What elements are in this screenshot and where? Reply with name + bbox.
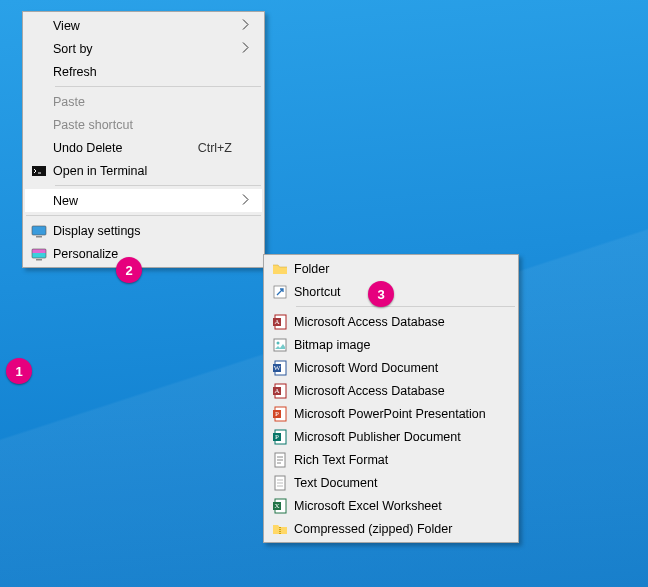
menu-separator xyxy=(55,185,261,186)
chevron-right-icon xyxy=(238,16,254,35)
badge-label: 2 xyxy=(125,263,132,278)
menu-item-label: Display settings xyxy=(53,224,232,238)
excel-icon: X xyxy=(266,498,294,514)
menu-item-new-excel[interactable]: X Microsoft Excel Worksheet xyxy=(266,494,516,517)
menu-item-label: Paste shortcut xyxy=(53,118,232,132)
word-icon: W xyxy=(266,360,294,376)
svg-text:P: P xyxy=(275,410,279,418)
menu-item-label: Bitmap image xyxy=(294,338,486,352)
personalize-icon xyxy=(25,246,53,262)
menu-item-personalize[interactable]: Personalize xyxy=(25,242,262,265)
menu-item-label: Microsoft Excel Worksheet xyxy=(294,499,486,513)
menu-item-label: Paste xyxy=(53,95,232,109)
menu-item-view[interactable]: View xyxy=(25,14,262,37)
annotation-badge-3: 3 xyxy=(368,281,394,307)
menu-item-label: Refresh xyxy=(53,65,232,79)
menu-item-new-publisher[interactable]: P Microsoft Publisher Document xyxy=(266,425,516,448)
svg-point-13 xyxy=(277,341,280,344)
svg-rect-0 xyxy=(32,166,46,176)
menu-item-label: Compressed (zipped) Folder xyxy=(294,522,486,536)
menu-item-label: Microsoft Access Database xyxy=(294,315,486,329)
desktop-background[interactable]: View Sort by Refresh Paste Paste shortcu… xyxy=(0,0,648,587)
annotation-badge-1: 1 xyxy=(6,358,32,384)
svg-rect-3 xyxy=(36,236,42,238)
display-icon xyxy=(25,223,53,239)
menu-item-label: View xyxy=(53,19,232,33)
svg-text:A: A xyxy=(274,318,279,326)
annotation-badge-2: 2 xyxy=(116,257,142,283)
menu-item-undo-delete[interactable]: Undo Delete Ctrl+Z xyxy=(25,136,262,159)
menu-item-label: Sort by xyxy=(53,42,232,56)
menu-item-new-rtf[interactable]: Rich Text Format xyxy=(266,448,516,471)
menu-item-new-folder[interactable]: Folder xyxy=(266,257,516,280)
menu-item-label: Rich Text Format xyxy=(294,453,486,467)
chevron-right-icon xyxy=(238,191,254,210)
menu-item-label: Folder xyxy=(294,262,486,276)
menu-separator xyxy=(296,306,515,307)
menu-item-label: New xyxy=(53,194,232,208)
menu-item-paste-shortcut: Paste shortcut xyxy=(25,113,262,136)
menu-item-label: Personalize xyxy=(53,247,232,261)
rtf-icon xyxy=(266,452,294,468)
menu-item-refresh[interactable]: Refresh xyxy=(25,60,262,83)
svg-rect-7 xyxy=(36,259,42,261)
badge-label: 1 xyxy=(15,364,22,379)
access-icon: A xyxy=(266,383,294,399)
menu-item-label: Microsoft Word Document xyxy=(294,361,486,375)
badge-label: 3 xyxy=(377,287,384,302)
svg-text:A: A xyxy=(274,387,279,395)
menu-separator xyxy=(26,215,261,216)
menu-item-new-text[interactable]: Text Document xyxy=(266,471,516,494)
menu-item-open-terminal[interactable]: Open in Terminal xyxy=(25,159,262,182)
menu-item-new[interactable]: New xyxy=(25,189,262,212)
zip-folder-icon xyxy=(266,521,294,537)
svg-rect-5 xyxy=(32,249,46,253)
folder-icon xyxy=(266,261,294,277)
menu-item-label: Open in Terminal xyxy=(53,164,232,178)
menu-item-label: Text Document xyxy=(294,476,486,490)
svg-rect-1 xyxy=(32,226,46,235)
menu-item-new-zip[interactable]: Compressed (zipped) Folder xyxy=(266,517,516,540)
menu-item-new-bitmap[interactable]: Bitmap image xyxy=(266,333,516,356)
menu-item-new-word[interactable]: W Microsoft Word Document xyxy=(266,356,516,379)
menu-item-paste: Paste xyxy=(25,90,262,113)
menu-item-label: Microsoft Publisher Document xyxy=(294,430,486,444)
text-icon xyxy=(266,475,294,491)
bitmap-icon xyxy=(266,337,294,353)
svg-rect-12 xyxy=(274,339,286,351)
menu-item-new-access-db-2[interactable]: A Microsoft Access Database xyxy=(266,379,516,402)
menu-item-sort-by[interactable]: Sort by xyxy=(25,37,262,60)
menu-item-label: Microsoft PowerPoint Presentation xyxy=(294,407,486,421)
svg-text:W: W xyxy=(274,364,281,372)
menu-item-accel: Ctrl+Z xyxy=(178,141,232,155)
shortcut-icon xyxy=(266,284,294,300)
menu-item-new-powerpoint[interactable]: P Microsoft PowerPoint Presentation xyxy=(266,402,516,425)
access-icon: A xyxy=(266,314,294,330)
svg-text:X: X xyxy=(274,502,279,510)
menu-item-label: Microsoft Access Database xyxy=(294,384,486,398)
menu-item-label: Undo Delete xyxy=(53,141,178,155)
powerpoint-icon: P xyxy=(266,406,294,422)
terminal-icon xyxy=(25,163,53,179)
desktop-context-menu: View Sort by Refresh Paste Paste shortcu… xyxy=(22,11,265,268)
menu-item-display-settings[interactable]: Display settings xyxy=(25,219,262,242)
menu-separator xyxy=(55,86,261,87)
svg-text:P: P xyxy=(275,433,279,441)
publisher-icon: P xyxy=(266,429,294,445)
menu-item-new-access-db[interactable]: A Microsoft Access Database xyxy=(266,310,516,333)
chevron-right-icon xyxy=(238,39,254,58)
